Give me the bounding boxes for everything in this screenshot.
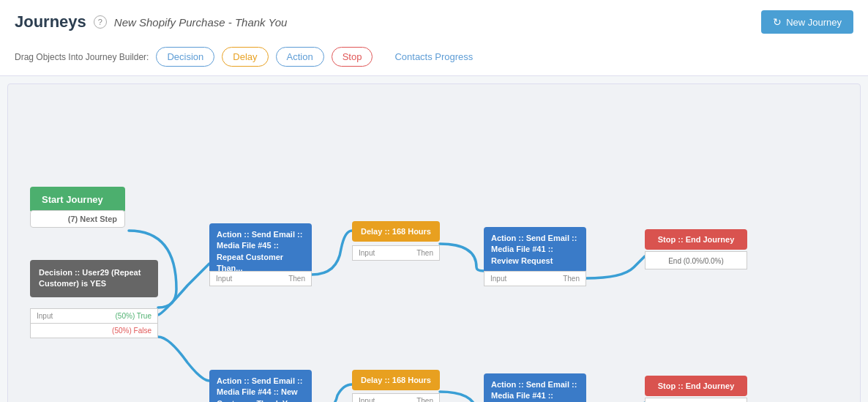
new-journey-button[interactable]: ↻ New Journey xyxy=(761,10,853,34)
delay-button[interactable]: Delay xyxy=(222,47,268,67)
stop-bottom-node[interactable]: Stop :: End Journey xyxy=(645,376,747,396)
action2-bottom-node[interactable]: Action :: Send Email :: Media File #41 :… xyxy=(484,373,586,402)
decision-port: Input (50%) True xyxy=(30,308,158,324)
delay-top-port: Input Then xyxy=(352,245,440,261)
action1-top-port: Input Then xyxy=(209,271,312,286)
action1-bottom-node[interactable]: Action :: Send Email :: Media File #44 :… xyxy=(209,370,312,402)
journey-canvas: Start Journey (7) Next Step Decision :: … xyxy=(7,83,861,402)
next-step-node: (7) Next Step xyxy=(30,210,125,228)
stop-top-node[interactable]: Stop :: End Journey xyxy=(645,229,747,250)
decision-node[interactable]: Decision :: User29 (Repeat Customer) is … xyxy=(30,260,158,297)
delay-bottom-port: Input Then xyxy=(352,393,440,402)
contacts-progress-button[interactable]: Contacts Progress xyxy=(394,51,473,62)
stop-top-value: End (0.0%/0.0%) xyxy=(645,251,747,269)
refresh-icon: ↻ xyxy=(773,16,782,28)
decision-false-port: (50%) False xyxy=(30,323,158,338)
page-title: Journeys xyxy=(15,12,86,31)
action2-top-node[interactable]: Action :: Send Email :: Media File #41 :… xyxy=(484,227,586,272)
action2-top-port: Input Then xyxy=(484,271,586,286)
journey-name: New Shopify Purchase - Thank You xyxy=(114,16,288,29)
action-button[interactable]: Action xyxy=(276,47,324,67)
stop-bottom-value: End (85.7%/85.7%) xyxy=(645,398,747,402)
toolbar: Drag Objects Into Journey Builder: Decis… xyxy=(15,41,853,75)
canvas-area: Start Journey (7) Next Step Decision :: … xyxy=(8,84,842,402)
stop-button[interactable]: Stop xyxy=(332,47,373,67)
start-node[interactable]: Start Journey xyxy=(30,187,125,212)
delay-bottom-node[interactable]: Delay :: 168 Hours xyxy=(352,370,440,390)
decision-button[interactable]: Decision xyxy=(156,47,214,67)
header: Journeys ? New Shopify Purchase - Thank … xyxy=(0,0,868,76)
toolbar-label: Drag Objects Into Journey Builder: xyxy=(15,52,149,62)
delay-top-node[interactable]: Delay :: 168 Hours xyxy=(352,221,440,242)
help-icon[interactable]: ? xyxy=(94,15,107,29)
